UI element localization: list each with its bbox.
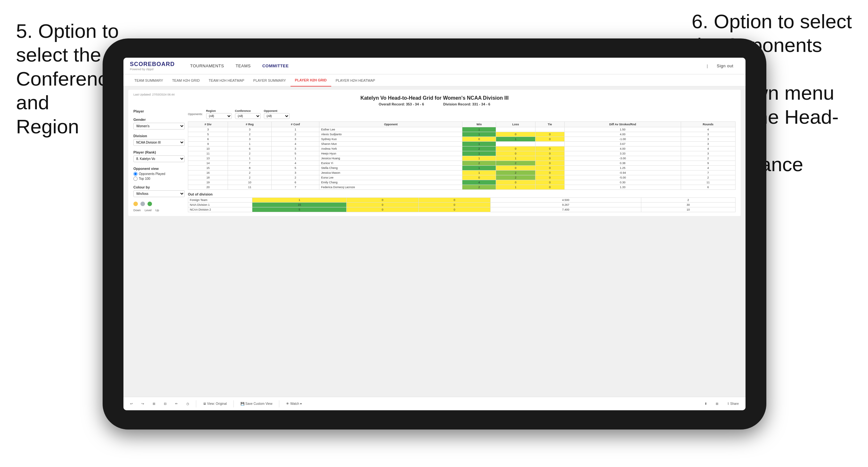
toolbar-upload[interactable]: ⬆	[703, 401, 709, 406]
sub-nav-team-h2h-grid[interactable]: TEAM H2H GRID	[168, 74, 204, 87]
table-row: 1822Euna Lee 020-5.002	[188, 175, 736, 180]
sidebar-colour-by-label: Colour by	[133, 185, 185, 189]
toolbar-view-original[interactable]: 🖥 View: Original	[201, 401, 228, 406]
sidebar-division-section: Division NCAA Division III	[133, 134, 185, 146]
sidebar: Player Gender Women's Division NCAA Divi…	[133, 109, 185, 212]
table-row: 1125Heejo Hyun 1003.333	[188, 151, 736, 156]
main-layout: Player Gender Women's Division NCAA Divi…	[133, 109, 736, 212]
last-updated: Last Updated: 27/03/2024 06:44	[133, 93, 175, 96]
sidebar-player-rank-label: Player (Rank)	[133, 150, 185, 154]
table-row: 1063Andrea York 2004.004	[188, 147, 736, 151]
table-row: 19106Emily Chang 4000.3011	[188, 180, 736, 185]
table-row: 331Esther Lee 11.504	[188, 127, 736, 132]
table-row: 914Sharon Mun 13.673	[188, 142, 736, 147]
out-of-division-table: Foreign Team 100 4.5002 NAIA Division 1 …	[188, 197, 736, 212]
toolbar-undo[interactable]: ↩	[128, 401, 135, 406]
nav-item-tournaments[interactable]: TOURNAMENTS	[184, 58, 230, 74]
sidebar-gender-section: Gender Women's	[133, 118, 185, 129]
table-row: 633Sydney Kuo 010-1.003	[188, 137, 736, 142]
table-row: NCAA Division 2 500 7.40010	[188, 207, 736, 212]
table-row: Foreign Team 100 4.5002	[188, 198, 736, 203]
sub-nav-player-summary[interactable]: PLAYER SUMMARY	[249, 74, 290, 87]
colour-by-select[interactable]: Win/loss	[133, 190, 185, 197]
logo-sub: Powered by clippd	[130, 68, 175, 71]
overall-record: Overall Record: 353 - 34 - 6	[379, 102, 424, 106]
sidebar-opponent-view-label: Opponent view	[133, 167, 185, 170]
th-opponent: Opponent	[319, 122, 462, 127]
content-area: Last Updated: 27/03/2024 06:44 Katelyn V…	[123, 87, 745, 397]
records-row: Overall Record: 353 - 34 - 6 Division Re…	[133, 102, 736, 106]
card-title: Katelyn Vo Head-to-Head Grid for Women's…	[133, 95, 736, 101]
toolbar-watch[interactable]: 👁 Watch ▾	[284, 401, 304, 406]
tablet-screen: SCOREBOARD Powered by clippd TOURNAMENTS…	[123, 58, 745, 410]
toolbar-divider-3	[279, 400, 279, 407]
th-conf: # Conf	[272, 122, 319, 127]
opponents-played-radio[interactable]: Opponents Played	[133, 172, 185, 176]
toolbar-grid2[interactable]: ⊞	[714, 401, 720, 406]
nav-item-committee[interactable]: COMMITTEE	[256, 58, 295, 74]
nav-right: | Sign out	[707, 58, 739, 74]
th-reg: # Reg	[228, 122, 272, 127]
toolbar-divider-1	[196, 400, 196, 407]
filter-row: Opponents: Region (All) Conference (	[188, 109, 736, 119]
nav-items: TOURNAMENTS TEAMS COMMITTEE	[184, 58, 707, 74]
sidebar-player-label: Player	[133, 109, 185, 113]
colour-dot-level	[141, 201, 145, 206]
player-rank-select[interactable]: 8. Katelyn Vo	[133, 155, 185, 162]
table-row: 20117Federica Domecq Lacroze 2101.336	[188, 185, 736, 190]
toolbar-save-custom-view[interactable]: 💾 Save Custom View	[239, 401, 274, 406]
sub-nav-player-h2h-heatmap[interactable]: PLAYER H2H HEATMAP	[331, 74, 380, 87]
toolbar-redo[interactable]: ↪	[140, 401, 146, 406]
opponent-select[interactable]: (All)	[264, 113, 289, 119]
dashboard-card: Last Updated: 27/03/2024 06:44 Katelyn V…	[128, 90, 741, 216]
sidebar-opponent-view-section: Opponent view Opponents Played Top 100	[133, 167, 185, 181]
sidebar-player-section: Player	[133, 109, 185, 113]
bottom-toolbar: ↩ ↪ ⊞ ⊟ ✏ ◷ 🖥 View: Original 💾 Save Cust…	[123, 397, 745, 410]
sub-nav-player-h2h-grid[interactable]: PLAYER H2H GRID	[290, 74, 331, 87]
legend-down: Down	[133, 209, 141, 212]
sign-out-link[interactable]: Sign out	[711, 58, 739, 74]
sidebar-player-rank-section: Player (Rank) 8. Katelyn Vo	[133, 150, 185, 162]
colour-dot-up	[148, 201, 152, 206]
region-select[interactable]: (All)	[206, 113, 232, 119]
division-select[interactable]: NCAA Division III	[133, 139, 185, 146]
sub-nav: TEAM SUMMARY TEAM H2H GRID TEAM H2H HEAT…	[123, 74, 745, 87]
toolbar-edit[interactable]: ✏	[173, 401, 180, 406]
top-100-radio[interactable]: Top 100	[133, 177, 185, 181]
toolbar-grid1[interactable]: ⊞	[151, 401, 157, 406]
conference-select[interactable]: (All)	[235, 113, 261, 119]
th-win: Win	[462, 122, 496, 127]
toolbar-share[interactable]: ⇧ Share	[725, 401, 741, 406]
colour-circles	[133, 201, 185, 206]
toolbar-remove[interactable]: ⊟	[162, 401, 168, 406]
table-row: 1474Eunice Yi 2200.389	[188, 161, 736, 166]
th-rounds: Rounds	[681, 122, 735, 127]
sub-nav-team-h2h-heatmap[interactable]: TEAM H2H HEATMAP	[204, 74, 249, 87]
region-filter-label: Region	[206, 109, 232, 113]
th-diff: Diff Av Strokes/Rnd	[564, 122, 681, 127]
tablet-frame: SCOREBOARD Powered by clippd TOURNAMENTS…	[103, 38, 766, 430]
table-row: 1585Stella Cheng 1001.254	[188, 166, 736, 170]
region-filter-group: Region (All)	[206, 109, 232, 119]
th-loss: Loss	[496, 122, 535, 127]
division-record: Division Record: 331 - 34 - 6	[443, 102, 490, 106]
conference-filter-label: Conference	[235, 109, 261, 113]
sidebar-gender-label: Gender	[133, 118, 185, 122]
colour-dot-down	[133, 201, 138, 206]
table-row: NAIA Division 1 1500 9.26730	[188, 203, 736, 207]
main-table: # Div # Reg # Conf Opponent Win Loss Tie…	[188, 122, 736, 190]
legend-up: Up	[156, 209, 159, 212]
top-nav: SCOREBOARD Powered by clippd TOURNAMENTS…	[123, 58, 745, 74]
nav-item-teams[interactable]: TEAMS	[230, 58, 256, 74]
toolbar-divider-2	[234, 400, 234, 407]
pipe-separator: |	[707, 64, 708, 68]
opponent-filter-label: Opponent	[264, 109, 289, 113]
toolbar-time[interactable]: ◷	[184, 401, 191, 406]
sub-nav-team-summary[interactable]: TEAM SUMMARY	[130, 74, 168, 87]
logo-text: SCOREBOARD	[130, 61, 175, 68]
out-of-division-title: Out of division	[188, 192, 736, 196]
right-content: Opponents: Region (All) Conference (	[188, 109, 736, 212]
gender-select[interactable]: Women's	[133, 123, 185, 129]
logo-area: SCOREBOARD Powered by clippd	[130, 61, 175, 71]
opponent-filter-group: Opponent (All)	[264, 109, 289, 119]
